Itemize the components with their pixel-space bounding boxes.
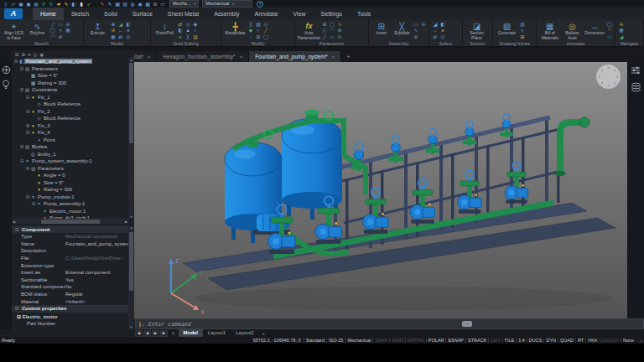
workspace-combo[interactable]: Mecha...▾: [169, 0, 199, 8]
rotate-icon[interactable]: ◆: [247, 28, 254, 34]
revolve-icon[interactable]: ⊕: [110, 22, 117, 28]
globe-icon[interactable]: ◍: [129, 1, 136, 8]
explode-geom-icon[interactable]: ◯: [262, 34, 269, 40]
polyline-button[interactable]: ∿Polyline: [26, 22, 49, 36]
align-ucs-button[interactable]: ⌖Align UCS to Face: [3, 22, 25, 40]
scroll-right-icon[interactable]: ▶: [125, 220, 127, 224]
property-row[interactable]: Insert asExternal component: [12, 269, 134, 277]
distance-icon[interactable]: ∿: [336, 22, 343, 28]
line-icon[interactable]: ╱: [49, 22, 56, 28]
grid-icon[interactable]: ▦: [114, 1, 121, 8]
fix-icon[interactable]: ▭: [329, 34, 335, 40]
status-toggle-iso-25[interactable]: ISO-25: [326, 338, 345, 343]
move-icon[interactable]: ╳: [247, 22, 254, 28]
generate-views-button[interactable]: ▧Generate: [496, 22, 518, 36]
ribbon-tab-assembly[interactable]: Assembly: [206, 8, 247, 20]
select-window-icon[interactable]: ≡: [439, 28, 446, 34]
leader-icon[interactable]: ◯: [606, 22, 613, 28]
delete-face-icon[interactable]: ▧: [192, 34, 199, 40]
wedge-icon[interactable]: ◎: [125, 34, 132, 40]
property-row[interactable]: NameFountain_and_pump_system: [12, 240, 134, 248]
render-settings-icon[interactable]: [631, 65, 641, 75]
rectangle-icon[interactable]: ▭: [57, 22, 64, 28]
status-toggle-1-4[interactable]: 1:4: [516, 338, 527, 343]
property-row[interactable]: Description: [12, 247, 134, 255]
circle-icon[interactable]: ◯: [49, 28, 56, 34]
tree-vertical-scrollbar[interactable]: ▲ ▼: [128, 58, 134, 219]
tree-item[interactable]: ●Size = 5": [12, 179, 134, 187]
stretch-icon[interactable]: ⊞: [255, 34, 262, 40]
dim-table-icon[interactable]: ▭: [606, 34, 613, 40]
status-toggle-polar[interactable]: POLAR: [426, 338, 446, 343]
select-chain-icon[interactable]: ⇄: [432, 34, 439, 40]
trim-icon[interactable]: ▦: [65, 28, 71, 34]
section-plane-button[interactable]: ◪Section Plane: [465, 22, 488, 40]
tree-search-icon[interactable]: ◉: [39, 52, 44, 57]
spline-icon[interactable]: ⊕: [57, 34, 64, 40]
save-as-icon[interactable]: ▣: [25, 1, 32, 8]
status-toggle-quad[interactable]: QUAD: [558, 338, 575, 343]
undo-icon[interactable]: ↺: [40, 1, 47, 8]
cylinder-icon[interactable]: ↔: [117, 28, 124, 34]
concentric-icon[interactable]: ◠: [329, 28, 335, 34]
marker-icon[interactable]: ▰: [55, 1, 62, 8]
check-dropdown-icon[interactable]: ✓: [86, 1, 92, 8]
section-view-icon[interactable]: ◐: [519, 28, 526, 34]
bom-button[interactable]: ▦Bill of Materials: [539, 22, 561, 40]
union-icon[interactable]: ⇄: [177, 22, 184, 28]
command-line[interactable]: | : Enter command −: [135, 318, 644, 329]
tree-expand-icon[interactable]: ⊞: [22, 52, 26, 57]
offset-icon[interactable]: ⊖: [65, 22, 71, 28]
external-ref-icon[interactable]: ∿: [413, 28, 419, 34]
sheet-icon[interactable]: ▥: [122, 1, 128, 8]
explode-button[interactable]: ╳Explode: [392, 22, 413, 36]
ellipse-icon[interactable]: ∿: [57, 28, 64, 34]
tree-item[interactable]: ✦Electric_motor:1: [12, 208, 134, 215]
tree-item[interactable]: ◎Entity_1: [12, 151, 134, 158]
layout-tab-layout2[interactable]: Layout2: [231, 329, 258, 337]
new-file-icon[interactable]: ▯: [3, 1, 9, 8]
select-same-icon[interactable]: ◧: [439, 22, 446, 28]
tree-item[interactable]: ⊟▤Bodies: [12, 143, 134, 151]
tree-item[interactable]: ⊟●Fix_4: [12, 129, 134, 137]
parallel-icon[interactable]: ◇: [321, 28, 328, 34]
status-toggle-strack[interactable]: STRACK: [465, 338, 488, 343]
cube-icon[interactable]: ◧: [70, 1, 77, 8]
cone-icon[interactable]: ◧: [125, 22, 132, 28]
close-icon[interactable]: ×: [332, 54, 335, 59]
local-component-icon[interactable]: ⊕: [413, 34, 419, 40]
save-icon[interactable]: ▣: [18, 1, 24, 8]
sphere-icon[interactable]: ⇄: [117, 34, 124, 40]
ribbon-tab-annotate[interactable]: Annotate: [247, 8, 286, 20]
section-expander-icon[interactable]: ⊟: [14, 306, 19, 311]
ribbon-tab-settings[interactable]: Settings: [314, 8, 350, 20]
status-toggle-hka[interactable]: HKA: [585, 338, 599, 343]
status-toggle-ducs[interactable]: DUCS: [527, 338, 544, 343]
select-edges-icon[interactable]: ↔: [432, 28, 439, 34]
tree-item[interactable]: ⊟✦Pump_system_assembly:1: [12, 158, 134, 165]
go-first-icon[interactable]: ◀: [135, 330, 143, 337]
move-face-icon[interactable]: ↕: [192, 28, 199, 34]
tree-item[interactable]: ●Angle = 0: [12, 172, 134, 179]
tree-item[interactable]: ⊟▤Parameters: [12, 65, 134, 73]
property-row[interactable]: ⊟ Electric_motor: [12, 313, 134, 320]
color-swatch-icon[interactable]: ▮: [78, 1, 85, 8]
pencil-icon[interactable]: ✎: [63, 1, 70, 8]
sweep-icon[interactable]: ⊖: [110, 28, 117, 34]
balloon-button[interactable]: ◎Balloon Auto: [562, 22, 584, 40]
standard-view-icon[interactable]: ▧: [519, 22, 526, 28]
torus-icon[interactable]: ≡: [125, 28, 132, 34]
profile-combo[interactable]: Mechanical▾: [202, 0, 252, 8]
coincident-icon[interactable]: ⊞: [321, 22, 328, 28]
close-icon[interactable]: ×: [240, 54, 243, 59]
properties-vertical-scrollbar[interactable]: ▲ ▼: [128, 225, 134, 329]
open-file-icon[interactable]: ▱: [10, 1, 17, 8]
pan-icon[interactable]: ▦: [618, 28, 625, 34]
ribbon-tab-solid[interactable]: Solid: [96, 8, 125, 20]
property-row[interactable]: Part Number: [12, 320, 134, 328]
select-faces-icon[interactable]: ◢: [432, 22, 439, 28]
section-expander-icon[interactable]: ⊟: [14, 227, 19, 232]
ribbon-tab-sheet-metal[interactable]: Sheet Metal: [160, 8, 206, 20]
command-collapse-button[interactable]: −: [462, 321, 472, 327]
manipulate-button[interactable]: ╋Manipulate: [224, 22, 247, 36]
